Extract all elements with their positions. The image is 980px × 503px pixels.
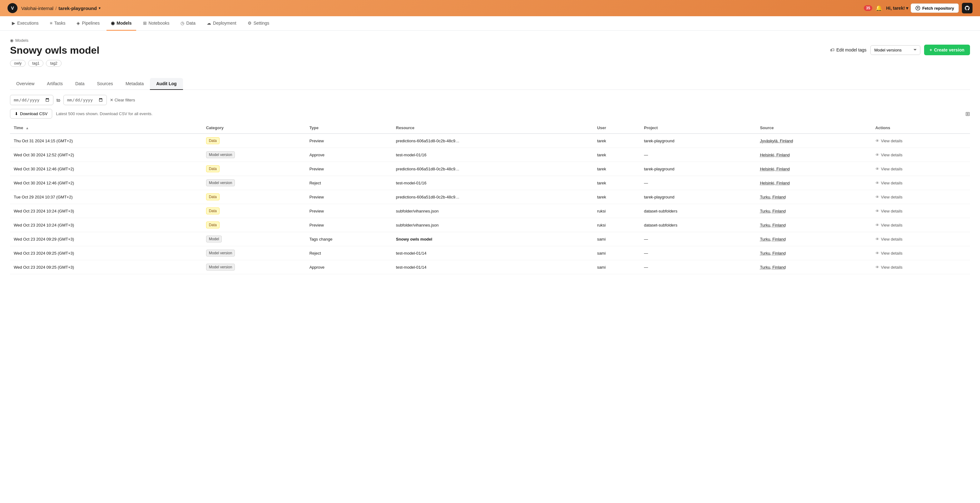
nav-pipelines[interactable]: ◈ Pipelines	[72, 16, 104, 30]
source-link[interactable]: Turku, Finland	[760, 223, 786, 227]
source-link[interactable]: Turku, Finland	[760, 265, 786, 270]
tag-tag1: tag1	[28, 60, 43, 67]
filters-row: to ✕ Clear filters	[10, 95, 970, 105]
view-details-button[interactable]: 👁 View details	[875, 265, 902, 270]
table-row: Wed Oct 23 2024 10:24 (GMT+3) Data Previ…	[10, 204, 970, 218]
view-details-button[interactable]: 👁 View details	[875, 167, 902, 171]
view-details-button[interactable]: 👁 View details	[875, 209, 902, 213]
col-source: Source	[756, 122, 871, 133]
view-details-button[interactable]: 👁 View details	[875, 138, 902, 143]
tab-metadata[interactable]: Metadata	[119, 78, 150, 90]
project-chevron-icon[interactable]: ▾	[99, 6, 100, 10]
nav-tasks[interactable]: ≡ Tasks	[45, 16, 70, 30]
date-from-input[interactable]	[10, 95, 53, 105]
cell-time: Wed Oct 23 2024 09:25 (GMT+3)	[10, 260, 202, 274]
eye-icon: 👁	[875, 181, 880, 186]
cell-user: tarek	[593, 190, 640, 204]
table-row: Tue Oct 29 2024 10:37 (GMT+2) Data Previ…	[10, 190, 970, 204]
tab-overview[interactable]: Overview	[10, 78, 41, 90]
nav-models[interactable]: ◉ Models	[107, 16, 136, 30]
bell-icon[interactable]: 🔔	[875, 5, 882, 11]
notebooks-icon: ⊞	[143, 21, 147, 25]
user-menu[interactable]: Hi, tarek! ▾	[886, 6, 908, 11]
nav-notebooks[interactable]: ⊞ Notebooks	[138, 16, 174, 30]
executions-icon: ▶	[12, 21, 15, 25]
nav-deployment[interactable]: ☁ Deployment	[202, 16, 241, 30]
cell-source: Turku, Finland	[756, 204, 871, 218]
cell-type: Tags change	[306, 232, 392, 246]
fetch-repo-button[interactable]: Fetch repository	[911, 3, 959, 13]
col-project: Project	[640, 122, 756, 133]
table-row: Thu Oct 31 2024 14:15 (GMT+2) Data Previ…	[10, 133, 970, 148]
source-link[interactable]: Turku, Finland	[760, 237, 786, 241]
source-link[interactable]: Turku, Finland	[760, 195, 786, 199]
source-link[interactable]: Helsinki, Finland	[760, 152, 789, 157]
cell-type: Reject	[306, 176, 392, 190]
cell-category: Model version	[202, 176, 306, 190]
eye-icon: 👁	[875, 209, 880, 213]
eye-icon: 👁	[875, 265, 880, 270]
tab-artifacts[interactable]: Artifacts	[41, 78, 69, 90]
notification-count[interactable]: 35	[864, 5, 872, 11]
tasks-icon: ≡	[50, 21, 52, 25]
user-label: Hi, tarek!	[886, 6, 905, 11]
secondary-nav: ▶ Executions ≡ Tasks ◈ Pipelines ◉ Model…	[0, 16, 980, 30]
cell-type: Preview	[306, 190, 392, 204]
source-link[interactable]: Turku, Finland	[760, 251, 786, 255]
tab-data[interactable]: Data	[69, 78, 91, 90]
cell-type: Preview	[306, 133, 392, 148]
cell-source: Turku, Finland	[756, 260, 871, 274]
eye-icon: 👁	[875, 195, 880, 199]
cell-category: Model version	[202, 148, 306, 162]
tag-tag2: tag2	[46, 60, 61, 67]
sort-icon: ▲	[25, 126, 29, 130]
view-details-button[interactable]: 👁 View details	[875, 152, 902, 157]
view-details-button[interactable]: 👁 View details	[875, 223, 902, 227]
col-actions: Actions	[872, 122, 970, 133]
table-row: Wed Oct 23 2024 09:25 (GMT+3) Model vers…	[10, 260, 970, 274]
nav-data[interactable]: ◷ Data	[176, 16, 200, 30]
nav-settings[interactable]: ⚙ Settings	[243, 16, 274, 30]
source-link[interactable]: Helsinki, Finland	[760, 181, 789, 186]
cell-actions: 👁 View details	[872, 260, 970, 274]
tab-audit-log[interactable]: Audit Log	[150, 78, 183, 90]
table-row: Wed Oct 23 2024 09:29 (GMT+3) Model Tags…	[10, 232, 970, 246]
columns-toggle-icon[interactable]: ⊞	[965, 111, 970, 117]
clear-filters-button[interactable]: ✕ Clear filters	[110, 98, 135, 102]
breadcrumb-sep: /	[55, 6, 57, 11]
view-details-button[interactable]: 👁 View details	[875, 181, 902, 186]
tag-owly: owly	[10, 60, 25, 67]
eye-icon: 👁	[875, 167, 880, 171]
table-row: Wed Oct 30 2024 12:46 (GMT+2) Model vers…	[10, 176, 970, 190]
cell-actions: 👁 View details	[872, 133, 970, 148]
project-label[interactable]: tarek-playground	[59, 6, 97, 11]
view-details-button[interactable]: 👁 View details	[875, 251, 902, 255]
cell-project: dataset-subfolders	[640, 218, 756, 232]
eye-icon: 👁	[875, 237, 880, 241]
org-label[interactable]: Valohai-internal	[21, 6, 53, 11]
cell-actions: 👁 View details	[872, 232, 970, 246]
edit-tags-button[interactable]: 🏷 Edit model tags	[830, 48, 867, 52]
cell-time: Wed Oct 23 2024 10:24 (GMT+3)	[10, 218, 202, 232]
model-versions-select[interactable]: Model versions	[870, 45, 920, 55]
cell-time: Wed Oct 23 2024 09:29 (GMT+3)	[10, 232, 202, 246]
cell-time: Wed Oct 23 2024 10:24 (GMT+3)	[10, 204, 202, 218]
view-details-button[interactable]: 👁 View details	[875, 195, 902, 199]
table-row: Wed Oct 23 2024 10:24 (GMT+3) Data Previ…	[10, 218, 970, 232]
col-time[interactable]: Time ▲	[10, 122, 202, 133]
settings-icon: ⚙	[248, 21, 252, 25]
date-to-input[interactable]	[64, 95, 107, 105]
create-version-button[interactable]: + Create version	[924, 44, 970, 55]
source-link[interactable]: Turku, Finland	[760, 209, 786, 213]
source-link[interactable]: Helsinki, Finland	[760, 167, 789, 171]
eye-icon: 👁	[875, 251, 880, 255]
download-csv-button[interactable]: ⬇ Download CSV	[10, 109, 52, 119]
view-details-button[interactable]: 👁 View details	[875, 237, 902, 241]
cell-project: —	[640, 232, 756, 246]
github-button[interactable]	[962, 3, 972, 13]
source-link[interactable]: Jyväskylä, Finland	[760, 138, 793, 143]
col-user: User	[593, 122, 640, 133]
tab-sources[interactable]: Sources	[91, 78, 119, 90]
table-row: Wed Oct 30 2024 12:46 (GMT+2) Data Previ…	[10, 162, 970, 176]
nav-executions[interactable]: ▶ Executions	[8, 16, 43, 30]
